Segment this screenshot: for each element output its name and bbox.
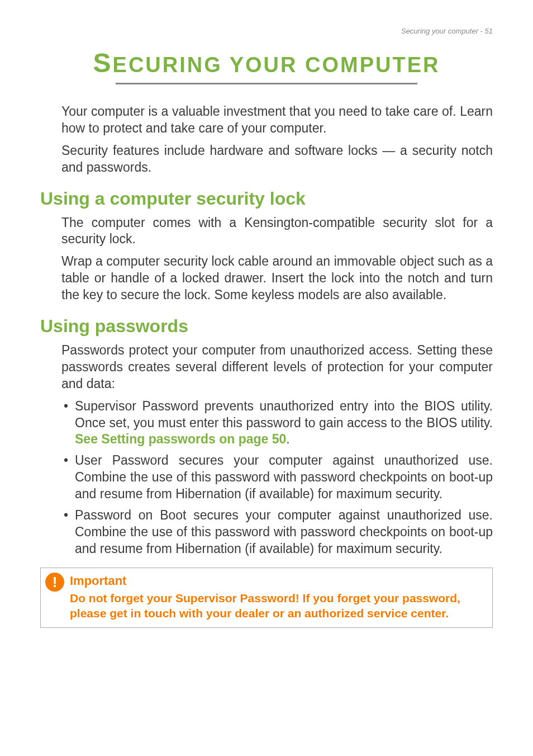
cross-reference-link[interactable]: See Setting passwords on page 50 (75, 432, 286, 446)
section-heading-security-lock: Using a computer security lock (40, 188, 493, 209)
section2-paragraph-1: Passwords protect your computer from una… (61, 342, 493, 393)
title-first-cap: S (93, 48, 113, 78)
title-underline (116, 83, 417, 84)
bullet-text-pre: Password on Boot secures your computer a… (75, 508, 493, 556)
list-item: User Password secures your computer agai… (61, 452, 493, 503)
running-header: Securing your computer - 51 (40, 27, 493, 35)
bullet-text-post: . (286, 432, 289, 446)
section1-paragraph-1: The computer comes with a Kensington-com… (61, 215, 493, 248)
list-item: Supervisor Password prevents unauthorize… (61, 398, 493, 448)
intro-paragraph-2: Security features include hardware and s… (61, 143, 493, 176)
bullet-text-pre: Supervisor Password prevents unauthorize… (75, 399, 493, 430)
exclamation-icon: ! (45, 573, 64, 592)
bullet-text-pre: User Password secures your computer agai… (75, 453, 493, 501)
callout-title: Important (70, 574, 486, 588)
page-title: SECURING YOUR COMPUTER (40, 48, 493, 78)
callout-body: Do not forget your Supervisor Password! … (70, 590, 486, 621)
important-callout: ! Important Do not forget your Superviso… (40, 568, 493, 629)
section1-paragraph-2: Wrap a computer security lock cable arou… (61, 253, 493, 304)
list-item: Password on Boot secures your computer a… (61, 507, 493, 557)
password-bullet-list: Supervisor Password prevents unauthorize… (61, 398, 493, 557)
title-rest: ECURING YOUR COMPUTER (113, 53, 440, 77)
page-container: Securing your computer - 51 SECURING YOU… (0, 0, 533, 628)
intro-paragraph-1: Your computer is a valuable investment t… (61, 103, 493, 137)
section-heading-passwords: Using passwords (40, 316, 493, 337)
